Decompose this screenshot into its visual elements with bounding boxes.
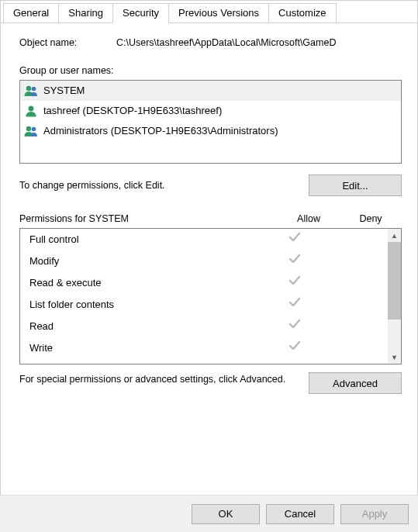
check-icon [288, 232, 301, 243]
scroll-down-icon[interactable]: ▼ [388, 351, 401, 364]
principal-item[interactable]: SYSTEM [20, 81, 401, 101]
permissions-for-label: Permissions for SYSTEM [19, 213, 278, 224]
tab-security[interactable]: Security [112, 3, 169, 23]
deny-header: Deny [340, 213, 402, 224]
security-panel: Object name: C:\Users\tashreef\AppData\L… [1, 23, 417, 402]
permission-allow [264, 340, 326, 357]
permission-row: Read & execute [20, 272, 388, 294]
scroll-track[interactable] [388, 242, 401, 351]
permission-allow [264, 296, 326, 313]
permission-row: Write [20, 337, 388, 359]
principal-item[interactable]: tashreef (DESKTOP-1H9E633\tashreef) [20, 101, 401, 121]
permission-name: Read & execute [29, 275, 264, 292]
check-icon [288, 297, 301, 308]
ok-button[interactable]: OK [192, 504, 260, 524]
check-icon [288, 254, 301, 264]
advanced-row: For special permissions or advanced sett… [19, 372, 402, 394]
permission-allow [264, 253, 326, 270]
permission-row: Modify [20, 250, 388, 272]
permissions-box: Full controlModifyRead & executeList fol… [19, 228, 402, 364]
edit-button[interactable]: Edit... [309, 174, 402, 196]
principal-name: SYSTEM [43, 82, 85, 99]
allow-header: Allow [278, 213, 340, 224]
edit-row: To change permissions, click Edit. Edit.… [19, 174, 402, 196]
scrollbar[interactable]: ▲ ▼ [388, 229, 401, 364]
permission-name: List folder contents [29, 296, 264, 313]
tab-sharing[interactable]: Sharing [58, 3, 113, 22]
permission-allow [264, 318, 326, 335]
group-users-label: Group or user names: [19, 65, 402, 76]
svg-point-2 [29, 106, 34, 112]
edit-hint: To change permissions, click Edit. [19, 180, 165, 191]
user-icon [23, 105, 39, 117]
advanced-hint: For special permissions or advanced sett… [19, 372, 309, 386]
svg-point-1 [32, 87, 36, 92]
svg-point-4 [32, 127, 36, 132]
permission-allow [264, 275, 326, 292]
permission-name: Write [29, 340, 264, 357]
object-row: Object name: C:\Users\tashreef\AppData\L… [19, 37, 402, 48]
permission-name: Modify [29, 253, 264, 270]
permissions-header: Permissions for SYSTEM Allow Deny [19, 213, 402, 224]
permission-row: Read [20, 316, 388, 337]
check-icon [288, 319, 301, 330]
object-name-value: C:\Users\tashreef\AppData\Local\Microsof… [116, 37, 402, 48]
scroll-up-icon[interactable]: ▲ [388, 229, 401, 242]
permission-name: Read [29, 318, 264, 335]
check-icon [288, 275, 301, 286]
dialog-footer: OK Cancel Apply [0, 495, 418, 532]
principals-listbox[interactable]: SYSTEMtashreef (DESKTOP-1H9E633\tashreef… [19, 80, 402, 164]
cancel-button[interactable]: Cancel [266, 504, 334, 524]
tab-customize[interactable]: Customize [268, 3, 336, 22]
permission-allow [264, 231, 326, 248]
principal-name: Administrators (DESKTOP-1H9E633\Administ… [43, 123, 278, 140]
svg-point-3 [26, 126, 31, 131]
permissions-list[interactable]: Full controlModifyRead & executeList fol… [20, 229, 388, 364]
tab-general[interactable]: General [3, 3, 59, 22]
svg-point-0 [26, 86, 31, 91]
advanced-button[interactable]: Advanced [309, 372, 402, 394]
users-icon [23, 125, 39, 137]
permission-row: List folder contents [20, 294, 388, 316]
scroll-thumb[interactable] [388, 242, 401, 320]
users-icon [23, 85, 39, 97]
check-icon [288, 340, 301, 351]
tab-previous-versions[interactable]: Previous Versions [168, 3, 269, 22]
apply-button[interactable]: Apply [340, 504, 409, 524]
principal-item[interactable]: Administrators (DESKTOP-1H9E633\Administ… [20, 121, 401, 141]
object-name-label: Object name: [19, 37, 116, 48]
permission-row: Full control [20, 229, 388, 250]
tab-strip: GeneralSharingSecurityPrevious VersionsC… [1, 1, 417, 23]
principal-name: tashreef (DESKTOP-1H9E633\tashreef) [43, 102, 222, 119]
permission-name: Full control [29, 231, 264, 248]
